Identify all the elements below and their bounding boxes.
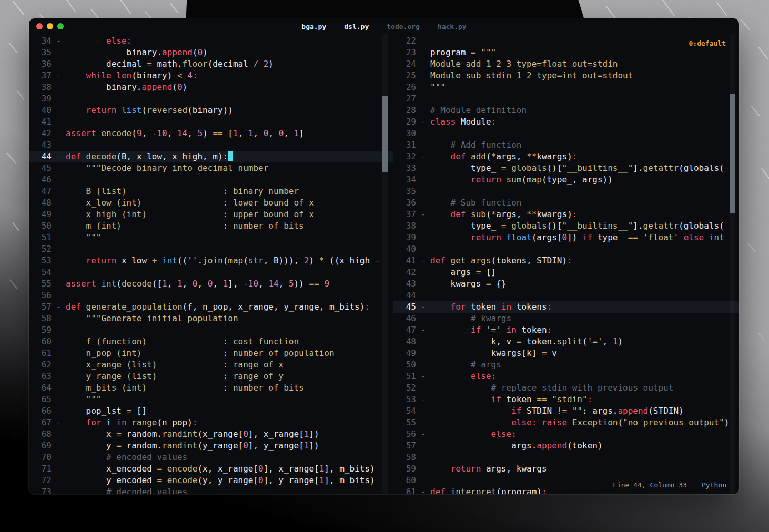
code-line-39[interactable]: 39 (29, 93, 393, 105)
fold-indicator[interactable]: - (416, 428, 430, 440)
code-line-69[interactable]: 69 y = random.randint(y_range[0], y_rang… (29, 440, 393, 452)
code-line-45[interactable]: 45- for token in tokens: (393, 301, 739, 313)
code-line-36[interactable]: 36 decimal = math.floor(decimal / 2) (29, 58, 393, 70)
code-line-22[interactable]: 22 (393, 35, 739, 47)
code-line-27[interactable]: 27 (393, 93, 739, 105)
code-line-51[interactable]: 51 """ (29, 232, 393, 243)
code-line-57[interactable]: 57-def generate_population(f, n_pop, x_r… (29, 301, 393, 313)
code-line-32[interactable]: 32- def add(*args, **kwargs): (393, 151, 739, 162)
fold-indicator[interactable]: - (52, 151, 66, 162)
code-line-52[interactable]: 52 (29, 243, 393, 255)
fold-indicator[interactable]: - (416, 371, 430, 382)
code-line-58[interactable]: 58 (393, 452, 739, 463)
code-line-37[interactable]: 37- while len(binary) < 4: (29, 70, 393, 81)
code-line-38[interactable]: 38 binary.append(0) (29, 81, 393, 93)
code-line-40[interactable]: 40 (393, 243, 739, 255)
code-line-53[interactable]: 53- if token == "stdin": (393, 394, 739, 405)
code-line-68[interactable]: 68 x = random.randint(x_range[0], x_rang… (29, 428, 393, 440)
code-line-53[interactable]: 53 return x_low + int((''.join(map(str, … (29, 255, 393, 267)
tab-bga-py[interactable]: bga.py (301, 23, 326, 30)
tab-hack-py[interactable]: hack.py (438, 23, 467, 30)
code-line-51[interactable]: 51- else: (393, 371, 739, 382)
code-line-43[interactable]: 43 (29, 139, 393, 151)
code-line-55[interactable]: 55assert int(decode([1, 1, 0, 0, 1], -10… (29, 278, 393, 290)
tab-todo-org[interactable]: todo.org (387, 23, 420, 30)
fold-indicator[interactable]: - (52, 301, 66, 313)
code-line-37[interactable]: 37- def sub(*args, **kwargs): (393, 209, 739, 220)
code-line-48[interactable]: 48 k, v = token.split('=', 1) (393, 336, 739, 347)
code-line-46[interactable]: 46 # kwargs (393, 313, 739, 324)
code-line-42[interactable]: 42 args = [] (393, 267, 739, 278)
code-line-47[interactable]: 47- if '=' in token: (393, 324, 739, 336)
code-line-43[interactable]: 43 kwargs = {} (393, 278, 739, 290)
code-line-24[interactable]: 24Module add 1 2 3 type=float out=stdin (393, 58, 739, 70)
close-button[interactable] (36, 23, 43, 29)
code-line-42[interactable]: 42assert encode(9, -10, 14, 5) == [1, 1,… (29, 128, 393, 139)
code-line-62[interactable]: 62 x_range (list) : range of x (29, 359, 393, 371)
fold-indicator[interactable]: - (416, 486, 430, 494)
code-line-48[interactable]: 48 x_low (int) : lower bound of x (29, 197, 393, 209)
right-scrollbar-thumb[interactable] (730, 94, 735, 213)
fold-indicator[interactable]: - (52, 417, 66, 428)
code-line-44[interactable]: 44-def decode(B, x_low, x_high, m): (29, 151, 393, 162)
code-line-64[interactable]: 64 m_bits (int) : number of bits (29, 382, 393, 394)
code-line-55[interactable]: 55 else: raise Exception("no previous ou… (393, 417, 739, 428)
code-line-41[interactable]: 41 (29, 116, 393, 128)
code-line-44[interactable]: 44 (393, 290, 739, 301)
code-line-57[interactable]: 57 args.append(token) (393, 440, 739, 452)
fold-indicator[interactable]: - (416, 324, 430, 336)
fold-indicator[interactable]: - (416, 209, 430, 220)
fold-indicator[interactable]: - (416, 394, 430, 405)
code-line-29[interactable]: 29-class Module: (393, 116, 739, 128)
code-line-54[interactable]: 54 (29, 267, 393, 278)
code-line-49[interactable]: 49 x_high (int) : upper bound of x (29, 209, 393, 220)
code-line-41[interactable]: 41-def get_args(tokens, STDIN): (393, 255, 739, 267)
code-line-71[interactable]: 71 x_encoded = encode(x, x_range[0], x_r… (29, 463, 393, 475)
zoom-button[interactable] (57, 23, 64, 29)
minimize-button[interactable] (47, 23, 53, 29)
code-line-35[interactable]: 35 (393, 186, 739, 197)
code-line-38[interactable]: 38 type_ = globals()["__builtins__"].get… (393, 220, 739, 232)
fold-indicator[interactable]: - (416, 151, 430, 162)
tab-dsl-py[interactable]: dsl.py (344, 23, 369, 30)
code-line-52[interactable]: 52 # replace stdin with previous output (393, 382, 739, 394)
code-line-73[interactable]: 73 # decoded values (29, 486, 393, 494)
fold-indicator[interactable]: - (416, 116, 430, 128)
code-line-50[interactable]: 50 m (int) : number of bits (29, 220, 393, 232)
code-line-56[interactable]: 56 (29, 290, 393, 301)
code-line-50[interactable]: 50 # args (393, 359, 739, 371)
code-line-63[interactable]: 63 y_range (list) : range of y (29, 371, 393, 382)
code-line-46[interactable]: 46 (29, 174, 393, 186)
code-line-26[interactable]: 26""" (393, 81, 739, 93)
code-line-66[interactable]: 66 pop_lst = [] (29, 405, 393, 417)
code-line-23[interactable]: 23program = """ (393, 47, 739, 58)
code-line-67[interactable]: 67- for i in range(n_pop): (29, 417, 393, 428)
fold-indicator[interactable]: - (416, 301, 430, 313)
code-line-56[interactable]: 56- else: (393, 428, 739, 440)
code-line-33[interactable]: 33 type_ = globals()["__builtins__"].get… (393, 162, 739, 174)
code-line-28[interactable]: 28# Module definition (393, 105, 739, 116)
fold-indicator[interactable]: - (416, 255, 430, 267)
code-line-72[interactable]: 72 y_encoded = encode(y, y_range[0], y_r… (29, 475, 393, 486)
code-line-45[interactable]: 45 """Decode binary into decimal number (29, 162, 393, 174)
code-line-49[interactable]: 49 kwargs[k] = v (393, 347, 739, 359)
code-line-39[interactable]: 39 return float(args[0]) if type_ == 'fl… (393, 232, 739, 243)
code-line-58[interactable]: 58 """Generate initial population (29, 313, 393, 324)
fold-indicator[interactable]: - (52, 35, 66, 47)
code-line-54[interactable]: 54 if STDIN != "": args.append(STDIN) (393, 405, 739, 417)
code-line-61[interactable]: 61 n_pop (int) : number of population (29, 347, 393, 359)
code-line-25[interactable]: 25Module sub stdin 1 2 type=int out=stdo… (393, 70, 739, 81)
code-line-30[interactable]: 30 (393, 128, 739, 139)
code-line-35[interactable]: 35 binary.append(0) (29, 47, 393, 58)
code-line-59[interactable]: 59 return args, kwargs (393, 463, 739, 475)
code-line-31[interactable]: 31 # Add function (393, 139, 739, 151)
code-line-34[interactable]: 34- else: (29, 35, 393, 47)
code-line-70[interactable]: 70 # encoded values (29, 452, 393, 463)
fold-indicator[interactable]: - (52, 70, 66, 81)
code-line-36[interactable]: 36 # Sub function (393, 197, 739, 209)
code-line-34[interactable]: 34 return sum(map(type_, args)) (393, 174, 739, 186)
code-line-59[interactable]: 59 (29, 324, 393, 336)
code-line-65[interactable]: 65 """ (29, 394, 393, 405)
code-line-40[interactable]: 40 return list(reversed(binary)) (29, 105, 393, 116)
code-line-60[interactable]: 60 f (function) : cost function (29, 336, 393, 347)
